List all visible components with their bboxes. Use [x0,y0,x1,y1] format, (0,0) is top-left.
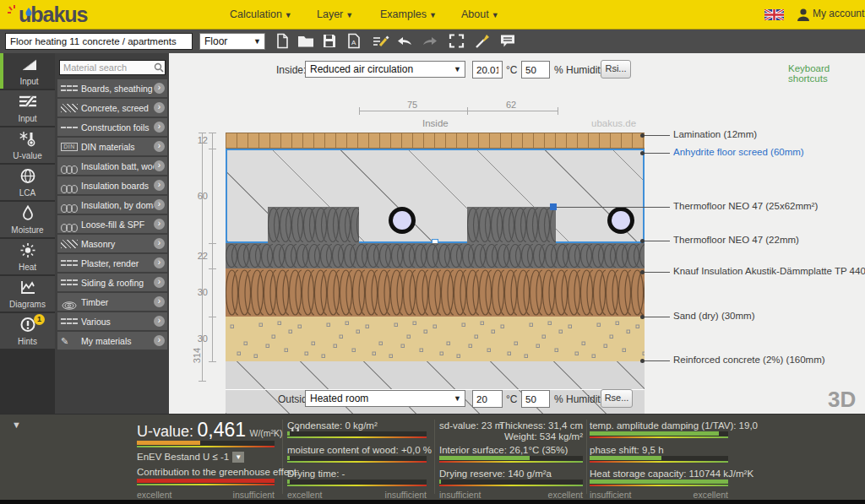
heat-column: temp. amplitude damping (1/TAV): 19,0 ph… [590,415,728,501]
dimension-62: 62 [506,100,516,110]
phase-shift-bar [590,456,728,463]
nav-diagrams[interactable]: Diagrams [0,276,55,312]
outside-temperature-input[interactable] [472,390,503,408]
layer-sand[interactable] [226,317,645,361]
material-search-input[interactable] [59,60,166,75]
material-category-plaster[interactable]: Plaster, render› [57,254,167,272]
nav-input-graphic[interactable]: Input [0,53,55,89]
chevron-down-icon: ▼ [454,65,461,73]
selection-handle-blue[interactable] [550,203,557,210]
surface-column: sd-value: 23 m Thickness: 31,4 cm Weight… [439,415,583,501]
material-category-various[interactable]: Various› [57,312,167,330]
dimension-75: 75 [407,100,417,110]
heating-pipe-left[interactable] [389,207,416,234]
material-category-boards-insulation[interactable]: Insulation boards› [57,176,167,194]
chevron-right-icon: › [154,257,165,268]
insulation-pattern-icon [61,182,78,190]
layer-knauf[interactable] [226,268,645,317]
material-category-siding[interactable]: Siding & roofing› [57,274,167,291]
u-value-label: U-value: [137,423,193,440]
cross-section-icon [21,57,38,72]
layer-label-neo-blocks[interactable]: Thermofloor NEO 47 (25x62mm²) [673,201,818,211]
layer-label-concrete[interactable]: Reinforced concrete (2%) (160mm) [673,355,825,365]
drying-time-bar [287,480,427,486]
insulation-block-left[interactable] [268,207,359,243]
menu-about[interactable]: About▼ [461,8,499,20]
material-category-masonry[interactable]: Masonry› [57,235,167,252]
masonry-pattern-icon [61,240,78,248]
menu-examples[interactable]: Examples▼ [380,8,437,20]
open-folder-button[interactable] [297,33,316,50]
layer-lamination[interactable] [226,133,645,149]
threed-view-button[interactable]: 3D [828,387,856,413]
pdf-export-button[interactable]: A [346,33,365,50]
heating-pipe-right[interactable] [607,207,634,234]
material-category-concrete[interactable]: Concrete, screed› [57,99,167,117]
insulation-pattern-icon [61,201,78,209]
menu-calculation[interactable]: Calculation▼ [230,8,292,20]
nav-input-list[interactable]: Input [0,90,55,126]
user-icon [796,8,811,22]
material-category-foils[interactable]: Construction foils› [57,118,167,136]
heat-storage-bar [590,480,728,486]
outside-humidity-input[interactable] [521,390,550,408]
moisture-wood-bar [287,456,427,463]
rename-button[interactable] [373,33,391,50]
project-name-input[interactable] [5,33,193,50]
layer-label-sand[interactable]: Sand (dry) (30mm) [673,311,755,321]
fullscreen-button[interactable] [449,33,467,50]
inside-humidity-unit: % Humidity [554,64,606,76]
layer-neo-22[interactable] [226,243,645,268]
nav-u-value[interactable]: U-value [0,127,55,163]
inside-condition-select[interactable]: Reduced air circulation▼ [305,61,465,78]
uk-flag-icon[interactable] [764,9,784,20]
u-value-bar [137,441,275,447]
component-type-select[interactable]: Floor▼ [199,33,265,50]
total-thickness-dim: 314 [192,348,202,363]
outside-condition-select[interactable]: Heated room▼ [305,390,465,407]
greenhouse-label: Contribution to the greenhouse effect: [137,467,299,477]
keyboard-shortcuts-link[interactable]: Keyboard shortcuts [788,63,865,84]
redo-button[interactable] [421,33,439,50]
material-category-din[interactable]: DINDIN materials› [57,138,167,155]
nav-hints[interactable]: 1 Hints [0,313,55,349]
inside-humidity-input[interactable] [521,61,550,79]
enev-dropdown-button[interactable]: ▼ [232,452,244,463]
condensate-bar [287,431,427,438]
collapse-results-button[interactable]: ▼ [12,420,21,430]
rse-button[interactable]: Rse... [601,389,633,408]
material-category-loosefill[interactable]: Loose-fill & SPF› [57,215,167,233]
line-chart-icon [19,279,36,295]
watermark: ubakus.de [591,118,636,128]
nav-heat[interactable]: Heat [0,239,55,274]
chevron-right-icon: › [154,102,165,113]
pencil-icon: ✎ [61,337,78,345]
nav-moisture[interactable]: Moisture [0,202,55,237]
inside-label: Inside: [276,64,306,76]
menu-layer[interactable]: Layer▼ [317,8,353,20]
inside-temperature-input[interactable] [472,61,503,79]
logo-drop-icon [25,8,32,17]
undo-button[interactable] [397,33,416,50]
my-account-link[interactable]: My account [813,8,864,19]
material-category-batt[interactable]: Insulation batt, wool› [57,157,167,175]
save-button[interactable] [322,33,340,50]
chevron-right-icon: › [154,180,165,191]
sun-icon [19,242,36,258]
ruler-dim-30a: 30 [189,287,208,297]
layer-label-screed[interactable]: Anhydrite floor screed (60mm) [673,147,804,157]
rsi-button[interactable]: Rsi... [601,60,631,79]
comments-button[interactable] [500,33,519,50]
paintbrush-button[interactable] [475,33,493,50]
din-icon: DIN [61,143,78,151]
layer-label-knauf[interactable]: Knauf Insulation Akustik-Dämmplatte TP 4… [673,266,865,276]
material-category-my-materials[interactable]: ✎My materials› [57,332,167,350]
material-category-boards[interactable]: Boards, sheathing› [57,79,167,97]
layer-label-neo-22[interactable]: Thermofloor NEO 47 (22mm) [673,235,799,245]
material-category-timber[interactable]: Timber› [57,293,167,311]
new-file-button[interactable] [275,33,293,50]
layer-label-lamination[interactable]: Lamination (12mm) [673,129,757,139]
material-category-domain[interactable]: Insulation, by domain› [57,196,167,214]
insulation-block-right[interactable] [467,207,556,243]
nav-lca[interactable]: LCA [0,165,55,200]
